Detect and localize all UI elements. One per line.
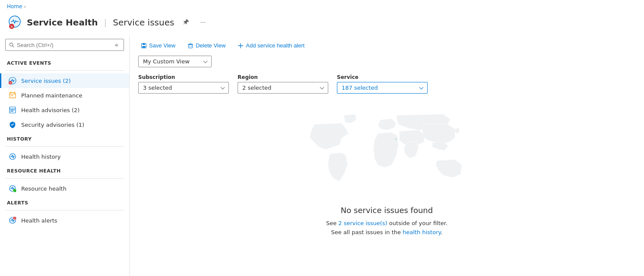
section-label-history: HISTORY <box>0 132 129 144</box>
svg-rect-12 <box>11 95 12 96</box>
more-options-button[interactable]: ··· <box>198 17 207 28</box>
pin-button[interactable] <box>181 17 191 28</box>
content-area: Save View Delete View Add service health… <box>130 35 644 276</box>
health-alerts-icon: ! <box>8 216 17 225</box>
no-issues-line1-suffix: outside of your filter. <box>387 220 447 226</box>
sidebar-item-planned-maintenance[interactable]: Planned maintenance <box>0 88 129 103</box>
service-issues-link[interactable]: 2 service issue(s) <box>338 220 387 226</box>
main-layout: « ACTIVE EVENTS ✕ Service issues (2) <box>0 35 644 276</box>
planned-maintenance-icon <box>8 91 17 100</box>
service-health-icon: ✕ <box>7 15 22 30</box>
svg-text:✕: ✕ <box>9 82 12 85</box>
sidebar-collapse-button[interactable]: « <box>113 41 120 48</box>
sidebar-item-resource-health[interactable]: ✓ Resource health <box>0 181 129 196</box>
view-dropdown-label: My Custom View <box>143 58 190 65</box>
page-title: Service Health <box>27 17 98 28</box>
subscription-chevron-icon <box>221 85 225 90</box>
no-issues-line1-prefix: See <box>326 220 338 226</box>
svg-rect-17 <box>10 111 13 112</box>
save-icon <box>141 43 147 49</box>
no-issues-text: See 2 service issue(s) outside of your f… <box>326 219 447 237</box>
page-subtitle: Service issues <box>113 17 174 28</box>
section-label-active-events: ACTIVE EVENTS <box>0 56 129 68</box>
svg-rect-27 <box>143 46 146 47</box>
subscription-value: 3 selected <box>143 85 172 91</box>
svg-point-35 <box>395 138 397 140</box>
breadcrumb-separator: › <box>24 4 25 9</box>
custom-view-dropdown[interactable]: My Custom View <box>138 56 212 67</box>
region-filter: Region 2 selected <box>238 74 328 94</box>
section-label-alerts: ALERTS <box>0 196 129 207</box>
section-divider-history <box>5 146 124 147</box>
no-issues-line2-prefix: See all past issues in the <box>331 229 403 235</box>
chevron-down-icon <box>203 59 208 63</box>
svg-line-4 <box>13 46 14 47</box>
resource-health-icon: ✓ <box>8 184 17 193</box>
security-advisories-icon <box>8 120 17 129</box>
svg-text:✓: ✓ <box>13 189 16 192</box>
sidebar-item-health-history[interactable]: Health history <box>0 149 129 164</box>
add-alert-button[interactable]: Add service health alert <box>235 41 307 50</box>
sidebar-item-label-health-advisories: Health advisories (2) <box>21 107 79 113</box>
service-dropdown[interactable]: 187 selected <box>337 82 428 94</box>
add-icon <box>238 43 244 49</box>
breadcrumb: Home › <box>0 0 644 13</box>
svg-text:✕: ✕ <box>10 25 13 29</box>
svg-rect-16 <box>10 110 15 110</box>
sidebar-item-health-alerts[interactable]: ! Health alerts <box>0 213 129 228</box>
breadcrumb-home[interactable]: Home <box>7 3 22 9</box>
sidebar-search-container: « <box>5 39 124 51</box>
region-value: 2 selected <box>242 85 271 91</box>
delete-view-button[interactable]: Delete View <box>185 41 228 50</box>
sidebar-item-label-health-history: Health history <box>21 154 61 160</box>
sidebar-item-health-advisories[interactable]: Health advisories (2) <box>0 103 129 117</box>
service-label: Service <box>337 74 428 80</box>
section-divider-resource <box>5 178 124 179</box>
sidebar-item-label-resource-health: Resource health <box>21 185 67 192</box>
subscription-label: Subscription <box>138 74 229 80</box>
service-value: 187 selected <box>342 85 378 91</box>
section-divider <box>5 70 124 71</box>
svg-rect-28 <box>189 44 193 48</box>
world-map <box>296 111 478 201</box>
sidebar-item-label-health-alerts: Health alerts <box>21 217 57 224</box>
search-input[interactable] <box>17 42 111 48</box>
sidebar-item-label-security-advisories: Security advisories (1) <box>21 122 84 128</box>
service-issues-icon: ✕ <box>8 76 17 85</box>
svg-rect-26 <box>143 43 145 45</box>
search-icon <box>9 42 14 48</box>
sidebar-item-security-advisories[interactable]: Security advisories (1) <box>0 117 129 132</box>
region-chevron-icon <box>320 85 324 90</box>
no-issues-title: No service issues found <box>341 206 433 215</box>
health-history-link[interactable]: health history <box>403 229 441 235</box>
subscription-filter: Subscription 3 selected <box>138 74 229 94</box>
sidebar: « ACTIVE EVENTS ✕ Service issues (2) <box>0 35 130 276</box>
header-divider: | <box>104 17 107 28</box>
no-issues-line2-suffix: . <box>441 229 442 235</box>
region-dropdown[interactable]: 2 selected <box>238 82 328 94</box>
subscription-dropdown[interactable]: 3 selected <box>138 82 229 94</box>
page-header: ✕ Service Health | Service issues ··· <box>0 13 644 35</box>
sidebar-item-label-planned-maintenance: Planned maintenance <box>21 92 82 99</box>
sidebar-item-service-issues[interactable]: ✕ Service issues (2) <box>0 73 129 88</box>
save-view-button[interactable]: Save View <box>138 41 178 50</box>
toolbar: Save View Delete View Add service health… <box>138 41 635 50</box>
delete-icon <box>187 43 194 49</box>
service-chevron-icon <box>419 85 424 90</box>
health-advisories-icon <box>8 106 17 114</box>
health-history-icon <box>8 152 17 161</box>
section-label-resource-health: RESOURCE HEALTH <box>0 164 129 176</box>
section-divider-alerts <box>5 210 124 210</box>
sidebar-item-label-service-issues: Service issues (2) <box>21 78 71 84</box>
region-label: Region <box>238 74 328 80</box>
filters-row: Subscription 3 selected Region 2 selecte… <box>138 74 635 94</box>
svg-text:!: ! <box>14 217 15 220</box>
service-filter: Service 187 selected <box>337 74 428 94</box>
empty-state: No service issues found See 2 service is… <box>138 102 635 246</box>
svg-rect-13 <box>12 95 13 96</box>
